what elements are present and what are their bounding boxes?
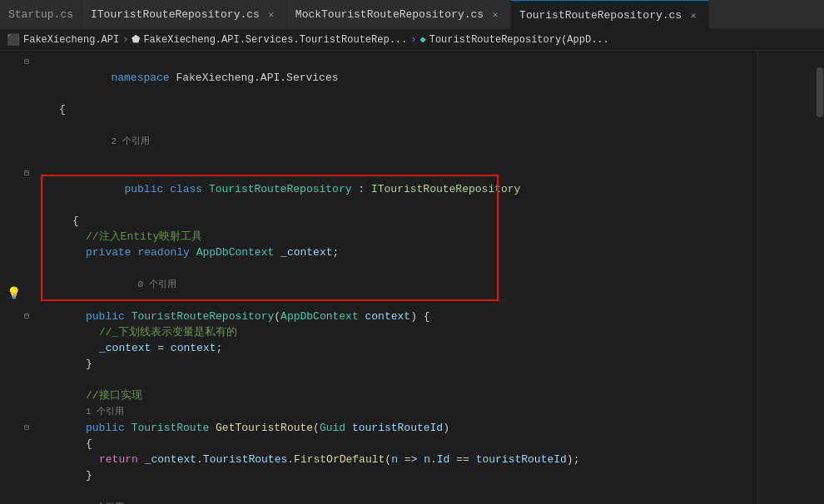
line-class-decl: ⊟ public class TouristRouteRepository : … — [0, 166, 757, 213]
line-ref-class: 2 个引用 — [0, 117, 757, 166]
line-method1-return: return _context.TouristRoutes.FirstOrDef… — [0, 452, 757, 467]
breadcrumb-namespace-icon: ⬟ — [132, 33, 140, 46]
fold-namespace[interactable]: ⊟ — [24, 54, 29, 70]
line-content-method1-sig: public TouristRoute GetTouristRoute(Guid… — [56, 420, 757, 436]
line-close-ctor: } — [0, 356, 757, 372]
line-content-ref2b: 2 个引用 — [56, 499, 757, 504]
breadcrumb-sep2: › — [410, 34, 416, 46]
line-close-method1: } — [0, 467, 757, 483]
line-comment1: //注入Entity映射工具 — [0, 229, 757, 245]
line-content-close-method1: } — [56, 467, 757, 483]
breadcrumb-project[interactable]: FakeXiecheng.API — [23, 34, 119, 46]
line-empty2 — [0, 483, 757, 499]
line-ctor: ⊟ public TouristRouteRepository(AppDbCon… — [0, 309, 757, 324]
lightbulb-icon[interactable]: 💡 — [7, 286, 21, 300]
code-pane[interactable]: ⊟ namespace FakeXiecheng.API.Services { … — [0, 51, 757, 504]
line-method1-sig: ⊟ public TouristRoute GetTouristRoute(Gu… — [0, 420, 757, 436]
line-content-ctor: public TouristRouteRepository(AppDbConte… — [56, 309, 757, 324]
line-content-method1-return: return _context.TouristRoutes.FirstOrDef… — [56, 452, 757, 467]
line-assign: _context = context; — [0, 340, 757, 356]
line-content-field: private readonly AppDbContext _context; — [56, 245, 757, 260]
tab-main-close[interactable]: ✕ — [687, 8, 700, 22]
line-content-class-decl: public class TouristRouteRepository : IT… — [56, 166, 757, 213]
breadcrumb-bar: ⬛ FakeXiecheng.API › ⬟ FakeXiecheng.API.… — [0, 29, 824, 51]
breadcrumb-project-icon: ⬛ — [7, 33, 20, 47]
line-content-open-class: { — [56, 213, 757, 229]
line-content-ref-class: 2 个引用 — [56, 117, 757, 166]
line-comment3: //接口实现 — [0, 388, 757, 403]
line-content-open-method1: { — [56, 436, 757, 452]
line-content-close-ctor: } — [56, 356, 757, 372]
scrollbar-thumb[interactable] — [817, 67, 823, 117]
line-ref0: 0 个引用 — [0, 260, 757, 309]
line-comment2: //_下划线表示变量是私有的 — [0, 324, 757, 340]
line-open-ns: { — [0, 101, 757, 117]
line-content-namespace: namespace FakeXiecheng.API.Services — [56, 54, 757, 101]
tab-mock-close[interactable]: ✕ — [489, 8, 502, 22]
tab-main[interactable]: TouristRouteRepository.cs ✕ — [511, 0, 709, 29]
tab-mock[interactable]: MockTouristRouteRepository.cs ✕ — [287, 0, 511, 29]
line-content-assign: _context = context; — [56, 340, 757, 356]
line-namespace: ⊟ namespace FakeXiecheng.API.Services — [0, 54, 757, 101]
line-content-open-ns: { — [56, 101, 757, 117]
editor-area: ⊟ namespace FakeXiecheng.API.Services { … — [0, 51, 824, 504]
tab-startup-label: Startup.cs — [8, 8, 73, 21]
line-ref1: 1 个引用 — [0, 403, 757, 420]
line-content-ref0: 0 个引用 — [56, 260, 757, 309]
tab-iface-label: ITouristRouteRepository.cs — [91, 8, 260, 21]
tab-bar: Startup.cs ITouristRouteRepository.cs ✕ … — [0, 0, 824, 29]
line-content-ref1: 1 个引用 — [56, 403, 757, 420]
line-content-comment1: //注入Entity映射工具 — [56, 229, 757, 245]
tab-startup[interactable]: Startup.cs — [0, 0, 82, 29]
line-field: private readonly AppDbContext _context; — [0, 245, 757, 260]
fold-class[interactable]: ⊟ — [24, 166, 29, 181]
tab-main-label: TouristRouteRepository.cs — [519, 9, 682, 22]
fold-ctor[interactable]: ⊟ — [24, 309, 29, 324]
tab-mock-label: MockTouristRouteRepository.cs — [295, 8, 484, 21]
breadcrumb-namespace[interactable]: FakeXiecheng.API.Services.TouristRouteRe… — [143, 34, 407, 46]
breadcrumb-class-icon: ◆ — [419, 33, 425, 46]
line-content-empty1 — [56, 372, 757, 388]
breadcrumb-sep1: › — [122, 34, 128, 46]
tab-iface[interactable]: ITouristRouteRepository.cs ✕ — [82, 0, 287, 29]
minimap — [757, 51, 824, 504]
tab-iface-close[interactable]: ✕ — [265, 8, 278, 22]
line-content-comment3: //接口实现 — [56, 388, 757, 403]
fold-method1[interactable]: ⊟ — [24, 420, 29, 436]
scrollbar-track[interactable] — [816, 51, 824, 504]
line-content-empty2 — [56, 483, 757, 499]
line-open-method1: { — [0, 436, 757, 452]
breadcrumb-class[interactable]: TouristRouteRepository(AppD... — [429, 34, 609, 46]
line-open-class: { — [0, 213, 757, 229]
line-ref2b: 2 个引用 — [0, 499, 757, 504]
line-content-comment2: //_下划线表示变量是私有的 — [56, 324, 757, 340]
line-empty1 — [0, 372, 757, 388]
